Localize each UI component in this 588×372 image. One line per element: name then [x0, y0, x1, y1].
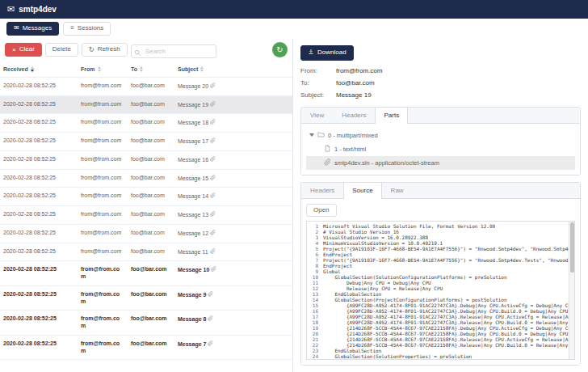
app: { "brand": "smtp4dev", "colors": { "navy…: [0, 0, 588, 372]
tree-node-label: 0 - multipart/mixed: [328, 132, 378, 139]
cell-from: from@from.com: [78, 188, 128, 205]
table-row[interactable]: 2020-02-28 08:52:25 from@from.com foo@ba…: [0, 151, 292, 170]
cell-received: 2020-02-28 08:52:25: [0, 336, 78, 360]
tree-node-multipart[interactable]: 0 - multipart/mixed: [306, 129, 575, 142]
field-to: To: foo@bar.com: [300, 79, 581, 87]
sort-carets-icon: [31, 66, 34, 72]
column-header-received[interactable]: Received: [0, 61, 78, 77]
message-toolbar: × Clear Delete ↻ Refresh ↻: [0, 39, 292, 61]
file-icon: [324, 145, 331, 154]
paperclip-icon: [210, 249, 216, 255]
delete-button[interactable]: Delete: [45, 43, 78, 57]
source-code-viewer[interactable]: 1234567891011121314151617181920212223242…: [306, 221, 575, 359]
field-subject: Subject: Message 19: [300, 91, 581, 99]
download-label: Download: [317, 49, 346, 57]
paperclip-icon: [210, 102, 216, 108]
cell-to: foo@bar.com: [128, 170, 174, 188]
tab-parts[interactable]: Parts: [375, 108, 408, 124]
tab-part-raw[interactable]: Raw: [382, 183, 413, 198]
column-label: Subject: [178, 66, 198, 72]
paperclip-icon: [210, 212, 216, 218]
cell-received: 2020-02-28 08:52:25: [0, 188, 78, 205]
cell-received: 2020-02-28 08:52:25: [0, 170, 78, 188]
main-content: × Clear Delete ↻ Refresh ↻ Receiv: [0, 39, 588, 372]
cell-subject: Message 18: [174, 114, 292, 132]
cell-subject: Message 20: [174, 78, 292, 95]
table-row[interactable]: 2020-02-28 08:52:25 from@from.com foo@ba…: [0, 243, 292, 262]
paperclip-icon: [210, 83, 216, 89]
cell-subject: Message 17: [174, 133, 292, 150]
table-row[interactable]: 2020-02-28 08:52:25 from@from.com foo@ba…: [0, 225, 292, 243]
table-row[interactable]: 2020-02-28 08:52:25 from@from.com foo@ba…: [0, 311, 292, 336]
cell-from: from@from.com: [78, 311, 128, 335]
tab-headers[interactable]: Headers: [333, 108, 375, 123]
scrollbar-thumb[interactable]: [570, 222, 574, 273]
tab-part-source[interactable]: Source: [343, 183, 381, 199]
table-row[interactable]: 2020-02-28 08:52:25 from@from.com foo@ba…: [0, 336, 292, 361]
tab-sessions[interactable]: ≡ Sessions: [63, 22, 111, 36]
cell-to: foo@bar.com: [128, 286, 174, 311]
refresh-button[interactable]: ↻ Refresh: [82, 43, 128, 57]
cell-to: foo@bar.com: [128, 133, 174, 150]
table-row[interactable]: 2020-02-28 08:52:25 from@from.com foo@ba…: [0, 96, 292, 115]
refresh-icon: ↻: [89, 47, 94, 53]
sort-carets-icon: [140, 66, 143, 72]
tree-node-texthtml[interactable]: 1 - text/html: [306, 142, 575, 156]
message-detail-panel: Download From: from@from.com To: foo@bar…: [292, 39, 588, 372]
paperclip-icon: [211, 267, 216, 273]
cell-received: 2020-02-28 08:52:25: [0, 225, 78, 243]
cell-received: 2020-02-28 08:52:25: [0, 133, 78, 150]
table-row[interactable]: 2020-02-28 08:52:25 from@from.com foo@ba…: [0, 188, 292, 206]
cell-received: 2020-02-28 08:52:25: [0, 261, 78, 285]
table-row[interactable]: 2020-02-28 08:52:25 from@from.com foo@ba…: [0, 170, 292, 188]
auto-refresh-toggle[interactable]: ↻: [272, 42, 288, 57]
table-row[interactable]: 2020-02-28 08:52:25 from@from.com foo@ba…: [0, 261, 292, 286]
part-tab-header: Headers Source Raw: [301, 183, 580, 199]
cell-to: foo@bar.com: [128, 336, 174, 360]
clear-button[interactable]: × Clear: [5, 43, 42, 57]
message-summary: From: from@from.com To: foo@bar.com Subj…: [300, 67, 581, 104]
table-row[interactable]: 2020-02-28 08:52:25 from@from.com foo@ba…: [0, 78, 292, 96]
to-label: To:: [300, 79, 336, 87]
detail-tabs: View Headers Parts 0 - multipart/mixed 1…: [300, 107, 581, 175]
table-row[interactable]: 2020-02-28 08:52:25 from@from.com foo@ba…: [0, 133, 292, 151]
cell-to: foo@bar.com: [128, 311, 174, 335]
column-header-subject[interactable]: Subject: [174, 61, 292, 77]
tab-view[interactable]: View: [301, 108, 333, 123]
envelope-icon: ✉: [14, 25, 19, 32]
column-header-from[interactable]: From: [78, 61, 128, 77]
table-row[interactable]: 2020-02-28 08:52:25 from@from.com foo@ba…: [0, 206, 292, 225]
table-row[interactable]: 2020-02-28 08:52:25 from@from.com foo@ba…: [0, 286, 292, 311]
column-header-to[interactable]: To: [128, 61, 174, 77]
cell-from: from@from.com: [78, 225, 128, 243]
to-value: foo@bar.com: [336, 79, 375, 87]
source-code-lines: Microsoft Visual Studio Solution File, F…: [321, 222, 574, 358]
cell-received: 2020-02-28 08:52:25: [0, 78, 78, 95]
app-logo[interactable]: ✉ smtp4dev: [7, 4, 57, 15]
paperclip-icon: [210, 120, 216, 125]
tree-node-label: 1 - text/html: [334, 146, 366, 153]
table-row[interactable]: 2020-02-28 08:52:25 from@from.com foo@ba…: [0, 114, 292, 133]
cell-received: 2020-02-28 08:52:25: [0, 311, 78, 335]
tab-messages[interactable]: ✉ Messages: [6, 22, 59, 36]
search-input[interactable]: [131, 44, 216, 58]
paperclip-icon: [208, 316, 213, 322]
app-title: smtp4dev: [19, 5, 57, 14]
cell-received: 2020-02-28 08:52:25: [0, 114, 78, 132]
message-list: 2020-02-28 08:52:25 from@from.com foo@ba…: [0, 78, 292, 372]
close-icon: ×: [12, 47, 16, 53]
download-button[interactable]: Download: [300, 45, 354, 61]
cell-received: 2020-02-28 08:52:25: [0, 96, 78, 114]
cell-to: foo@bar.com: [128, 96, 174, 114]
caret-down-icon: [309, 133, 314, 137]
vertical-scrollbar[interactable]: [569, 222, 574, 358]
envelope-icon: ✉: [7, 4, 15, 15]
cell-to: foo@bar.com: [128, 78, 174, 95]
cell-to: foo@bar.com: [128, 261, 174, 285]
from-label: From:: [300, 67, 336, 74]
tree-node-attachment[interactable]: smtp4dev.sln - application/octet-stream: [306, 156, 575, 170]
open-button[interactable]: Open: [306, 204, 337, 218]
tab-part-headers[interactable]: Headers: [301, 183, 343, 198]
cell-subject: Message 9: [174, 286, 292, 311]
cell-to: foo@bar.com: [128, 151, 174, 169]
